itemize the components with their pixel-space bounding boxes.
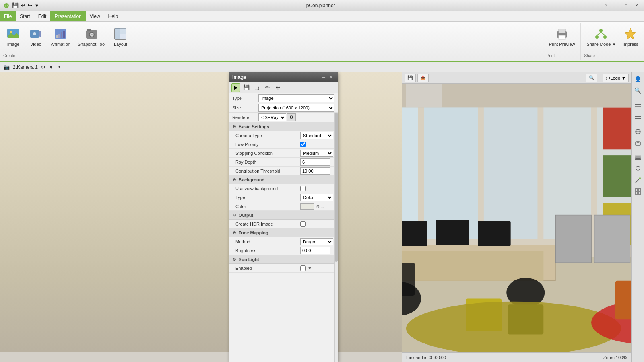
- create-hdr-row: Create HDR Image: [229, 220, 338, 228]
- ribbon-layout-btn[interactable]: Layout: [110, 25, 130, 49]
- impress-label: Impress: [623, 42, 638, 47]
- bg-type-row: Type Color: [229, 193, 338, 202]
- ribbon-video-btn[interactable]: Video: [26, 25, 46, 49]
- ribbon-print-btn[interactable]: Print Preview: [547, 25, 578, 49]
- svg-rect-78: [406, 84, 442, 107]
- layers-icon[interactable]: [633, 100, 643, 111]
- background-header[interactable]: ⊖ Background: [229, 175, 338, 184]
- layout-icon: [113, 27, 128, 41]
- render-frame-btn[interactable]: ⬚: [252, 83, 261, 92]
- camera-settings-icon[interactable]: ⚙: [41, 64, 45, 70]
- color-menu-btn[interactable]: ⋯: [325, 204, 330, 209]
- camera-extra: •: [58, 64, 60, 70]
- render-zoom-status: Zoom 100%: [603, 355, 627, 360]
- menu-view[interactable]: View: [86, 11, 104, 21]
- animation-icon: [53, 27, 68, 41]
- menu-file[interactable]: File: [0, 11, 16, 21]
- minimize-button[interactable]: ─: [612, 2, 620, 9]
- ribbon-create-items: Image Video Animation Snapshot Tool: [3, 25, 540, 52]
- render-edit-btn[interactable]: ✏: [263, 83, 272, 92]
- ribbon-image-btn[interactable]: Image: [3, 25, 23, 49]
- method-row: Method Drago: [229, 237, 338, 246]
- person-icon[interactable]: 👤: [633, 74, 643, 84]
- output-collapse-icon: ⊖: [231, 212, 237, 218]
- panel-minimize-btn[interactable]: ─: [320, 74, 326, 80]
- zoom-tool-icon[interactable]: 🔍: [633, 85, 643, 96]
- create-hdr-label: Create HDR Image: [235, 222, 300, 226]
- render-save-btn[interactable]: 💾: [242, 83, 251, 92]
- method-select[interactable]: Drago: [300, 238, 333, 245]
- grid-tool-icon[interactable]: [633, 186, 643, 197]
- method-label: Method: [235, 239, 300, 244]
- enabled-dropdown[interactable]: ▼: [308, 266, 312, 271]
- svg-line-29: [601, 32, 605, 35]
- menu-help[interactable]: Help: [104, 11, 122, 21]
- brightness-input[interactable]: [300, 247, 330, 254]
- stopping-condition-select[interactable]: Medium: [300, 150, 333, 157]
- create-hdr-checkbox[interactable]: [300, 221, 306, 227]
- tone-mapping-label: Tone Mapping: [239, 230, 268, 235]
- svg-rect-107: [635, 156, 641, 158]
- create-hdr-value: [300, 221, 334, 227]
- render-export-btn[interactable]: 📤: [417, 74, 429, 82]
- type-select[interactable]: Image: [258, 94, 334, 102]
- sun-light-header[interactable]: ⊖ Sun Light: [229, 255, 338, 264]
- svg-point-6: [33, 32, 36, 35]
- render-search-btn[interactable]: 🔍: [586, 74, 597, 82]
- logo-dropdown-btn[interactable]: 🏷 Logo ▼: [603, 74, 629, 82]
- panel-title: Image: [232, 74, 246, 80]
- ribbon-snapshot-btn[interactable]: Snapshot Tool: [75, 25, 108, 49]
- render-add-btn[interactable]: ⊕: [273, 83, 282, 92]
- svg-rect-87: [555, 215, 591, 263]
- menu-presentation[interactable]: Presentation: [50, 11, 85, 21]
- globe-icon[interactable]: [633, 126, 643, 137]
- sun-enabled-checkbox[interactable]: [300, 265, 306, 271]
- svg-rect-85: [402, 263, 415, 296]
- toolbar-save[interactable]: 💾: [12, 2, 19, 8]
- ribbon-animation-btn[interactable]: Animation: [48, 25, 73, 49]
- main-area: ⊞ ? ⊟ ⛶ Image ─ ✕ ▶ 💾 ⬚ ✏ ⊕ Type: [0, 72, 644, 362]
- close-button[interactable]: ✕: [632, 2, 641, 9]
- tone-mapping-header[interactable]: ⊖ Tone Mapping: [229, 228, 338, 237]
- ribbon-create-label: Create: [3, 52, 540, 58]
- color-label: Color: [235, 204, 300, 209]
- renderer-settings-btn[interactable]: ⚙: [287, 113, 296, 121]
- briefcase-icon[interactable]: [633, 138, 643, 148]
- toolbar-more[interactable]: ▼: [35, 3, 39, 8]
- low-priority-row: Low Priority: [229, 140, 338, 149]
- wand-icon[interactable]: [633, 175, 643, 185]
- low-priority-checkbox[interactable]: [300, 142, 306, 147]
- menu-edit[interactable]: Edit: [34, 11, 51, 21]
- svg-rect-8: [56, 35, 58, 38]
- restore-button[interactable]: □: [622, 2, 630, 9]
- camera-type-select[interactable]: Standard: [300, 132, 333, 139]
- app-icon: P: [3, 2, 10, 9]
- toolbar-undo[interactable]: ↩: [21, 2, 25, 8]
- list-icon[interactable]: [633, 111, 643, 122]
- color-swatch[interactable]: [300, 203, 314, 210]
- ribbon-impress-btn[interactable]: Impress: [620, 25, 641, 49]
- brightness-label: Brightness: [235, 248, 300, 253]
- ribbon-share-model-btn[interactable]: Share Model ▾: [584, 25, 617, 49]
- render-play-btn[interactable]: ▶: [231, 83, 240, 92]
- size-select[interactable]: Projection (1600 x 1200): [258, 104, 334, 112]
- panel-scrollbar-track: [334, 113, 338, 362]
- panel-scrollbar-thumb[interactable]: [335, 113, 338, 262]
- render-save-file-btn[interactable]: 💾: [405, 74, 416, 82]
- ray-depth-input[interactable]: [300, 158, 330, 166]
- bg-type-select[interactable]: Color: [300, 194, 333, 201]
- output-header[interactable]: ⊖ Output: [229, 211, 338, 220]
- camera-dropdown-icon[interactable]: ▼: [49, 64, 54, 70]
- basic-settings-header[interactable]: ⊖ Basic Settings: [229, 122, 338, 131]
- toolbar-redo[interactable]: ↪: [28, 2, 32, 8]
- help-button[interactable]: ?: [602, 2, 609, 9]
- use-view-background-checkbox[interactable]: [300, 186, 306, 191]
- renderer-select[interactable]: OSPRay: [258, 113, 286, 121]
- stack-icon[interactable]: [633, 152, 643, 163]
- contribution-threshold-input[interactable]: [300, 167, 330, 175]
- paint-icon[interactable]: [633, 164, 643, 174]
- svg-rect-114: [635, 189, 638, 191]
- render-image-svg: [402, 84, 631, 352]
- menu-start[interactable]: Start: [16, 11, 34, 21]
- panel-close-btn[interactable]: ✕: [328, 74, 334, 80]
